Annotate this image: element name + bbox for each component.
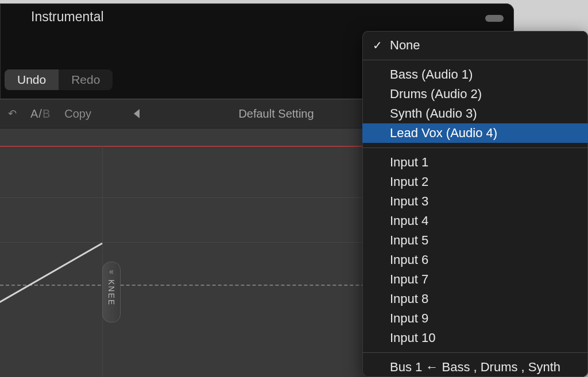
check-icon: ✓ (373, 38, 382, 52)
menu-separator (362, 352, 588, 353)
menu-item-label: Input 6 (390, 252, 428, 267)
menu-item-label: Input 1 (390, 155, 428, 170)
preset-prev-icon[interactable] (134, 109, 140, 118)
menu-item[interactable]: Input 9 (362, 309, 588, 328)
menu-item-label: Synth (Audio 3) (390, 106, 477, 121)
side-chain-menu[interactable]: ✓NoneBass (Audio 1)Drums (Audio 2)Synth … (362, 31, 588, 377)
menu-item-label: Input 4 (390, 213, 428, 228)
menu-item[interactable]: Input 6 (362, 250, 588, 270)
plugin-title: Instrumental (31, 9, 104, 25)
bypass-toggle[interactable] (485, 15, 504, 22)
menu-separator (362, 147, 588, 148)
chevron-left-double-icon: « (109, 267, 114, 276)
menu-item[interactable]: Input 4 (362, 211, 588, 231)
menu-item[interactable]: ✓None (362, 36, 588, 55)
undo-button[interactable]: Undo (5, 69, 59, 90)
menu-item[interactable]: Input 7 (362, 270, 588, 289)
menu-item-label: Bass (Audio 1) (390, 67, 473, 82)
menu-item-label: Input 10 (390, 331, 436, 345)
menu-item[interactable]: Bass (Audio 1) (362, 65, 588, 84)
menu-item-label: Drums (Audio 2) (390, 87, 482, 102)
menu-item[interactable]: Input 10 (362, 328, 588, 348)
menu-item[interactable]: Lead Vox (Audio 4) (362, 123, 588, 143)
menu-item-label: None (390, 38, 420, 53)
undo-arrow-icon[interactable]: ↶ (8, 107, 17, 120)
menu-item[interactable]: Input 3 (362, 192, 588, 211)
transfer-curve (0, 129, 109, 377)
menu-item-label: Input 7 (390, 272, 428, 287)
menu-item[interactable]: Bus 1 ← Bass , Drums , Synth (362, 357, 588, 377)
plugin-titlebar: Instrumental (0, 3, 514, 30)
menu-item-label: Input 8 (390, 292, 428, 306)
menu-item[interactable]: Input 5 (362, 231, 588, 250)
undo-redo-segment: Undo Redo (5, 69, 113, 90)
menu-item[interactable]: Synth (Audio 3) (362, 104, 588, 123)
knee-handle[interactable]: « KNEE (102, 262, 121, 322)
ab-compare[interactable]: A/B (30, 107, 51, 121)
menu-item-label: Input 9 (390, 311, 428, 326)
menu-item[interactable]: Input 2 (362, 172, 588, 192)
grid-line (102, 146, 103, 377)
menu-item-label: Bus 1 ← Bass , Drums , Synth (390, 360, 560, 375)
menu-separator (362, 60, 588, 60)
menu-item[interactable]: Input 1 (362, 153, 588, 172)
knee-label: KNEE (107, 279, 116, 306)
redo-button[interactable]: Redo (59, 69, 113, 90)
menu-item[interactable]: Drums (Audio 2) (362, 84, 588, 104)
copy-button[interactable]: Copy (64, 107, 91, 121)
menu-item-label: Input 5 (390, 233, 428, 248)
menu-item-label: Lead Vox (Audio 4) (390, 126, 497, 141)
svg-line-0 (0, 243, 102, 305)
menu-item-label: Input 2 (390, 174, 428, 189)
menu-item[interactable]: Input 8 (362, 289, 588, 309)
menu-item-label: Input 3 (390, 194, 428, 209)
